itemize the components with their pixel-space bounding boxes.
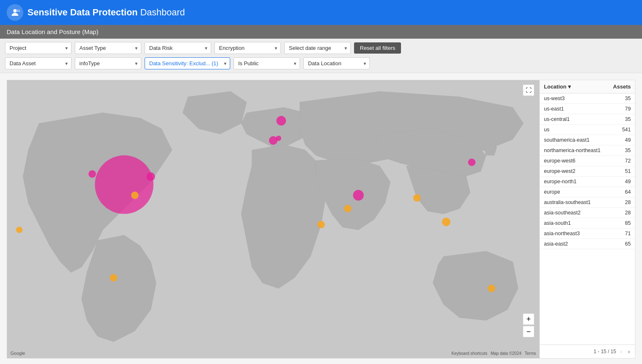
table-row[interactable]: asia-east265 xyxy=(540,239,635,249)
zoom-in-icon: + xyxy=(526,315,531,324)
filter-infotype[interactable]: infoType xyxy=(75,57,141,69)
table-row[interactable]: asia-southeast228 xyxy=(540,208,635,218)
keyboard-shortcuts-link[interactable]: Keyboard shortcuts xyxy=(452,351,487,356)
header: 11 Sensitive Data Protection Dashboard xyxy=(0,0,642,25)
filter-project[interactable]: Project xyxy=(5,42,71,54)
table-row[interactable]: us-west335 xyxy=(540,93,635,104)
filter-is-public[interactable]: Is Public xyxy=(234,57,300,69)
map-marker-europe-north[interactable] xyxy=(276,116,286,125)
assets-cell: 49 xyxy=(625,137,631,143)
main-content: ⛶ + − Google Keyboard shortcuts Map data… xyxy=(0,73,642,364)
location-column-header: Location xyxy=(544,84,566,90)
table-row[interactable]: northamerica-northeast135 xyxy=(540,145,635,156)
map-container[interactable]: ⛶ + − Google Keyboard shortcuts Map data… xyxy=(7,80,539,358)
table-header: Location ▾ Assets xyxy=(540,80,635,93)
location-cell: asia-south1 xyxy=(544,220,571,226)
table-row[interactable]: australia-southeast128 xyxy=(540,197,635,208)
zoom-in-button[interactable]: + xyxy=(523,313,534,325)
table-row[interactable]: europe64 xyxy=(540,187,635,197)
svg-text:11: 11 xyxy=(17,9,20,12)
map-marker-europe[interactable] xyxy=(276,135,281,141)
pagination-info: 1 - 15 / 15 xyxy=(594,349,616,354)
table-rows: us-west335us-east179us-central135us541so… xyxy=(540,93,635,344)
map-marker-us-west[interactable] xyxy=(89,170,96,178)
assets-column-header: Assets xyxy=(613,84,631,90)
filter-bar: Project Asset Type Data Risk Encryption … xyxy=(0,39,642,73)
map-marker-asia-south1[interactable] xyxy=(353,190,364,201)
map-marker-southamerica-east1[interactable] xyxy=(110,274,117,281)
filter-encryption[interactable]: Encryption xyxy=(214,42,281,54)
map-marker-us[interactable] xyxy=(95,155,153,214)
location-cell: europe-north1 xyxy=(544,179,577,184)
assets-cell: 49 xyxy=(625,179,631,184)
assets-cell: 35 xyxy=(625,96,631,101)
map-marker-australia-southeast1[interactable] xyxy=(488,285,495,292)
assets-cell: 541 xyxy=(622,127,631,133)
filter-data-location[interactable]: Data Location xyxy=(303,57,370,69)
table-row[interactable]: asia-northeast371 xyxy=(540,229,635,239)
map-marker-east-africa[interactable] xyxy=(317,221,325,228)
table-row[interactable]: us-east179 xyxy=(540,104,635,114)
table-sort-location[interactable]: Location ▾ xyxy=(544,84,571,90)
map-marker-central[interactable] xyxy=(344,205,352,212)
filter-row-2: Data Asset infoType Data Sensitivity: Ex… xyxy=(5,57,637,69)
filter-row-1: Project Asset Type Data Risk Encryption … xyxy=(5,42,401,54)
location-cell: asia-east2 xyxy=(544,241,568,247)
filter-data-risk[interactable]: Data Risk xyxy=(145,42,211,54)
map-marker-thailand[interactable] xyxy=(413,194,421,202)
map-marker-west-africa[interactable] xyxy=(16,226,22,233)
map-marker-us-east[interactable] xyxy=(147,172,155,181)
assets-cell: 64 xyxy=(625,189,631,195)
table-pagination: 1 - 15 / 15 ‹ › xyxy=(540,344,635,358)
table-panel: Location ▾ Assets us-west335us-east179us… xyxy=(539,80,635,358)
filter-data-sensitivity[interactable]: Data Sensitivity: Exclud... (1) xyxy=(145,57,230,69)
app-logo-icon: 11 xyxy=(7,4,23,21)
sub-header: Data Location and Posture (Map) xyxy=(0,25,642,39)
map-controls: + − xyxy=(523,313,534,337)
location-cell: us xyxy=(544,127,549,133)
assets-cell: 85 xyxy=(625,220,631,226)
assets-cell: 72 xyxy=(625,158,631,164)
header-title: Sensitive Data Protection Dashboard xyxy=(27,7,185,18)
location-cell: us-east1 xyxy=(544,106,564,112)
map-marker-us-south[interactable] xyxy=(131,192,138,199)
filter-data-asset[interactable]: Data Asset xyxy=(5,57,71,69)
table-row[interactable]: asia-south185 xyxy=(540,218,635,229)
google-logo: Google xyxy=(10,351,25,356)
table-row[interactable]: europe-west251 xyxy=(540,166,635,177)
table-row[interactable]: us-central135 xyxy=(540,114,635,125)
location-cell: southamerica-east1 xyxy=(544,137,590,143)
map-footer-right: Keyboard shortcuts Map data ©2024 Terms xyxy=(452,351,536,356)
assets-cell: 35 xyxy=(625,116,631,122)
filter-asset-type[interactable]: Asset Type xyxy=(75,42,141,54)
location-cell: northamerica-northeast1 xyxy=(544,148,600,153)
filter-date-range[interactable]: Select date range xyxy=(284,42,351,54)
svg-point-0 xyxy=(13,9,17,12)
sub-header-title: Data Location and Posture (Map) xyxy=(7,28,98,35)
world-map-svg xyxy=(7,80,539,358)
location-cell: asia-southeast2 xyxy=(544,210,581,216)
expand-icon: ⛶ xyxy=(526,87,531,93)
assets-cell: 51 xyxy=(625,168,631,174)
table-row[interactable]: europe-west672 xyxy=(540,156,635,166)
prev-page-button[interactable]: ‹ xyxy=(619,347,624,356)
table-row[interactable]: us541 xyxy=(540,125,635,135)
zoom-out-button[interactable]: − xyxy=(523,326,534,337)
map-marker-asia-northeast3[interactable] xyxy=(468,159,475,166)
next-page-button[interactable]: › xyxy=(626,347,632,356)
map-data-credit: Map data ©2024 xyxy=(491,351,521,356)
zoom-out-icon: − xyxy=(526,327,531,336)
map-section: ⛶ + − Google Keyboard shortcuts Map data… xyxy=(7,80,635,359)
reset-filters-button[interactable]: Reset all filters xyxy=(354,42,401,54)
assets-cell: 65 xyxy=(625,241,631,247)
terms-link[interactable]: Terms xyxy=(525,351,536,356)
header-title-bold: Sensitive Data Protection xyxy=(27,7,138,17)
map-marker-asia-southeast2[interactable] xyxy=(442,218,450,226)
map-expand-button[interactable]: ⛶ xyxy=(523,84,534,96)
location-cell: us-central1 xyxy=(544,116,570,122)
table-row[interactable]: europe-north149 xyxy=(540,177,635,187)
map-footer: Google Keyboard shortcuts Map data ©2024… xyxy=(7,351,539,356)
table-row[interactable]: southamerica-east149 xyxy=(540,135,635,145)
header-title-light: Dashboard xyxy=(140,7,185,17)
location-cell: australia-southeast1 xyxy=(544,199,591,205)
